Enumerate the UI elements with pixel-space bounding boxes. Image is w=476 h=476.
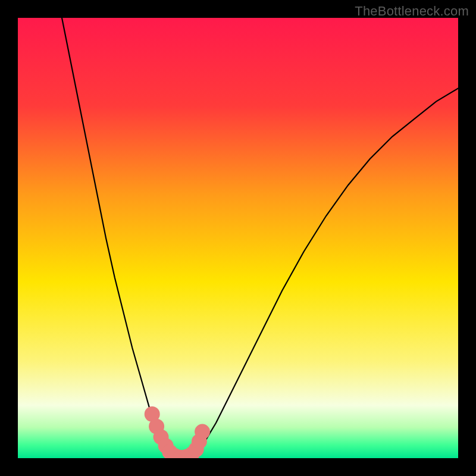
highlight-dot: [195, 424, 210, 440]
chart-frame: TheBottleneck.com: [0, 0, 476, 476]
chart-svg: [18, 18, 458, 458]
plot-area: [18, 18, 458, 458]
chart-background: [18, 18, 458, 458]
watermark-text: TheBottleneck.com: [355, 4, 469, 19]
